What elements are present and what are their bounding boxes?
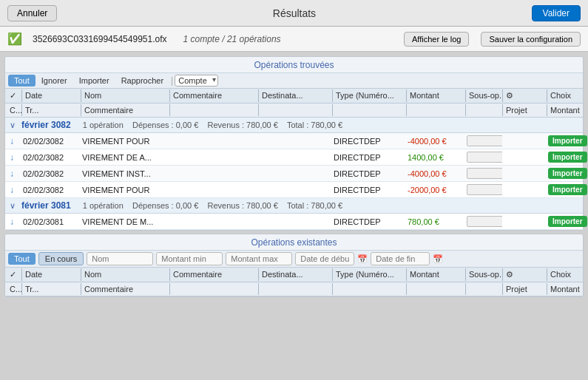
operations-trouvees-title: Opérations trouvées [5, 57, 583, 73]
operations-existantes-section: Opérations existantes Tout En cours 📅 📅 … [4, 234, 584, 297]
row-montant: -2000,00 € [406, 184, 465, 196]
montant-max-input[interactable] [226, 252, 292, 265]
rapprocher-button[interactable]: Rapprocher [115, 75, 169, 86]
importer-row-button[interactable]: Importer [548, 152, 587, 163]
row-destinataire [258, 156, 332, 159]
col-type: Type (Numéro... [332, 89, 406, 102]
file-bar: ✅ 3526693C0331699454549951.ofx 1 compte … [0, 27, 588, 52]
col2-empty3 [332, 104, 406, 116]
col2-empty4 [406, 104, 465, 116]
col-check-ex: ✓ [8, 268, 21, 281]
row-projet [502, 220, 547, 223]
col-date-ex: Date [21, 268, 81, 281]
chevron-3081[interactable]: ∨ [10, 201, 16, 211]
valider-button[interactable]: Valider [532, 5, 581, 21]
row-choix: Importer [547, 150, 588, 164]
col-check: ✓ [8, 89, 21, 102]
ignorer-button[interactable]: Ignorer [36, 75, 73, 86]
save-config-button[interactable]: Sauver la configuration [481, 32, 581, 47]
importer-row-button[interactable]: Importer [548, 216, 587, 227]
row-commentaire [169, 140, 258, 143]
row-type: DIRECTDEP [332, 216, 406, 228]
col2-empty1-ex [169, 283, 258, 295]
col2-c: C... [8, 104, 21, 116]
sousop-input[interactable] [467, 135, 502, 146]
row-destinataire [258, 172, 332, 175]
col2-montant2: Montant [547, 104, 588, 116]
tout-button-found[interactable]: Tout [8, 75, 36, 86]
importer-button-tb[interactable]: Importer [73, 75, 115, 86]
row-commentaire [169, 220, 258, 223]
row-choix: Importer [547, 214, 588, 228]
importer-row-button[interactable]: Importer [548, 135, 587, 146]
date-fin-input[interactable] [371, 252, 430, 265]
row-montant: -4000,00 € [406, 168, 465, 180]
operations-existing-toolbar: Tout En cours 📅 📅 [5, 251, 583, 268]
encours-button[interactable]: En cours [38, 252, 84, 265]
col2-projet-ex: Projet [502, 283, 547, 295]
row-nom: VIREMENT POUR [81, 135, 169, 147]
table-row: ↓ 02/02/3082 VIREMENT DE A... DIRECTDEP … [5, 149, 583, 166]
annuler-button[interactable]: Annuler [7, 5, 57, 21]
col-nom: Nom [81, 89, 169, 102]
row-nom: VIREMENT INST... [81, 168, 169, 180]
row-destinataire [258, 189, 332, 191]
cal-icon-fin[interactable]: 📅 [433, 254, 443, 264]
tout-button-existing[interactable]: Tout [8, 253, 36, 265]
month-name-3081: février 3081 [21, 200, 71, 211]
row-destinataire [258, 140, 332, 143]
compte-select-wrap: Compte [175, 75, 218, 86]
row-arrow: ↓ [8, 215, 21, 228]
row-commentaire [169, 156, 258, 159]
page-title: Résultats [273, 7, 316, 19]
toolbar-sep: | [169, 75, 175, 86]
top-bar: Annuler Résultats Valider [0, 0, 588, 27]
success-icon: ✅ [7, 32, 22, 46]
compte-select[interactable]: Compte [175, 75, 218, 86]
col2-commentaire2: Commentaire [81, 104, 169, 116]
row-date: 02/02/3081 [21, 216, 81, 228]
month-stats-3082: 1 opération Dépenses : 0,00 € Revenus : … [83, 121, 342, 129]
row-sousop [465, 183, 502, 197]
col2-empty5-ex [465, 283, 502, 295]
table-row: ↓ 02/02/3082 VIREMENT INST... DIRECTDEP … [5, 166, 583, 182]
operations-existantes-title: Opérations existantes [5, 234, 583, 251]
down-arrow-icon: ↓ [10, 152, 14, 163]
importer-row-button[interactable]: Importer [548, 168, 587, 179]
month-stats-3081: 1 opération Dépenses : 0,00 € Revenus : … [83, 201, 342, 210]
montant-min-input[interactable] [156, 252, 223, 265]
down-arrow-icon: ↓ [10, 136, 14, 146]
sousop-input[interactable] [467, 168, 502, 179]
col-type-ex: Type (Numéro... [332, 268, 406, 281]
col2-tr: Tr... [21, 104, 81, 116]
sousop-input[interactable] [467, 184, 502, 195]
afficher-log-button[interactable]: Afficher le log [404, 32, 469, 47]
nom-filter-input[interactable] [87, 252, 153, 265]
sousop-input[interactable] [467, 216, 502, 227]
down-arrow-icon: ↓ [10, 169, 14, 179]
file-name: 3526693C0331699454549951.ofx [33, 34, 167, 44]
row-arrow: ↓ [8, 167, 21, 180]
row-sousop [465, 214, 502, 228]
col-header-row2-found: C... Tr... Commentaire Projet Montant [5, 104, 583, 118]
row-sousop [465, 134, 502, 148]
row-nom: VIREMENT DE A... [81, 152, 169, 163]
operations-trouvees-section: Opérations trouvées Tout Ignorer Importe… [4, 56, 584, 231]
row-date: 02/02/3082 [21, 168, 81, 180]
cal-icon-debut[interactable]: 📅 [357, 254, 368, 264]
date-debut-input[interactable] [295, 252, 354, 265]
row-arrow: ↓ [8, 183, 21, 197]
chevron-3082[interactable]: ∨ [10, 121, 16, 130]
row-date: 02/02/3082 [21, 135, 81, 147]
sousop-input[interactable] [467, 152, 502, 163]
row-date: 02/02/3082 [21, 152, 81, 163]
row-date: 02/02/3082 [21, 184, 81, 196]
row-commentaire [169, 172, 258, 175]
row-nom: VIREMENT DE M... [81, 216, 169, 228]
row-choix: Importer [547, 134, 588, 148]
row-montant: 1400,00 € [406, 152, 465, 163]
importer-row-button[interactable]: Importer [548, 184, 587, 195]
col-commentaire-ex: Commentaire [169, 268, 258, 281]
col2-projet: Projet [502, 104, 547, 116]
col2-empty1 [169, 104, 258, 116]
